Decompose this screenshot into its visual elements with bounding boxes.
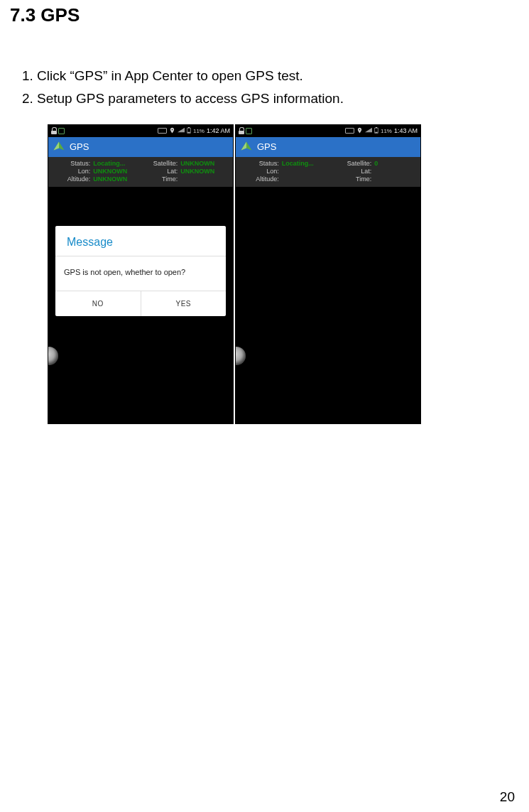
keyboard-icon	[158, 128, 167, 134]
clock: 1:43 AM	[394, 127, 418, 134]
dialog-actions: NO YES	[55, 291, 226, 316]
status-bar-right: 11% 1:42 AM	[158, 126, 230, 136]
location-icon	[356, 126, 363, 136]
lon-value: UNKNOWN	[93, 168, 141, 175]
time-value	[180, 175, 227, 183]
status-bar: 11% 1:42 AM	[48, 125, 233, 137]
signal-icon	[365, 127, 372, 134]
app-notification-icon	[246, 128, 252, 134]
battery-percent: 11%	[381, 128, 392, 134]
screenshot-1: 11% 1:42 AM GPS Status: Locating... Lon:…	[48, 124, 234, 424]
screenshots-row: 11% 1:42 AM GPS Status: Locating... Lon:…	[48, 124, 529, 424]
altitude-label: Altitude:	[241, 175, 279, 183]
status-value: Locating...	[93, 160, 141, 167]
lon-value	[282, 168, 328, 175]
altitude-value	[282, 175, 328, 183]
status-label: Status:	[54, 160, 90, 167]
svg-marker-4	[54, 141, 60, 150]
svg-rect-7	[375, 132, 377, 133]
time-label: Time:	[328, 175, 371, 183]
instruction-step: Setup GPS parameters to access GPS infor…	[37, 88, 529, 109]
altitude-label: Altitude:	[54, 175, 90, 183]
app-title: GPS	[70, 141, 89, 152]
assistive-touch-icon[interactable]	[235, 347, 246, 365]
status-value: Locating...	[282, 160, 328, 167]
instruction-list: Click “GPS” in App Center to open GPS te…	[37, 65, 529, 110]
battery-icon	[374, 127, 378, 135]
satellite-label: Satellite:	[328, 160, 371, 167]
app-title: GPS	[257, 141, 276, 152]
clock: 1:42 AM	[207, 127, 230, 134]
gps-app-icon	[240, 141, 253, 153]
app-bar: GPS	[236, 137, 420, 157]
lock-icon	[51, 127, 57, 134]
dialog-body: GPS is not open, whether to open?	[55, 256, 226, 291]
instruction-step: Click “GPS” in App Center to open GPS te…	[37, 65, 529, 87]
status-label: Status:	[241, 160, 279, 167]
lat-label: Lat:	[328, 168, 371, 175]
satellite-value: UNKNOWN	[180, 160, 227, 167]
time-label: Time:	[141, 175, 178, 183]
status-bar: 11% 1:43 AM	[236, 125, 420, 137]
status-bar-left	[51, 127, 65, 134]
lat-value: UNKNOWN	[180, 168, 227, 175]
page-number: 20	[500, 789, 515, 805]
status-bar-right: 11% 1:43 AM	[345, 126, 418, 136]
yes-button[interactable]: YES	[141, 291, 227, 316]
svg-marker-9	[241, 141, 247, 150]
svg-rect-2	[187, 132, 190, 133]
gps-info-panel: Status: Locating... Lon: Altitude: Satel…	[236, 157, 420, 187]
gps-app-icon	[53, 141, 65, 153]
signal-icon	[178, 127, 185, 134]
screenshot-2: 11% 1:43 AM GPS Status: Locating... Lon:…	[235, 124, 421, 424]
gps-open-dialog: Message GPS is not open, whether to open…	[55, 226, 226, 316]
status-bar-left	[239, 127, 252, 134]
battery-percent: 11%	[193, 128, 204, 134]
gps-info-panel: Status: Locating... Lon: UNKNOWN Altitud…	[48, 157, 233, 187]
section-heading: 7.3 GPS	[0, 0, 529, 26]
lon-label: Lon:	[241, 168, 279, 175]
altitude-value: UNKNOWN	[93, 175, 141, 183]
battery-icon	[187, 127, 191, 135]
keyboard-icon	[345, 128, 354, 134]
lat-label: Lat:	[141, 168, 178, 175]
time-value	[374, 175, 415, 183]
location-icon	[169, 126, 175, 136]
satellite-label: Satellite:	[141, 160, 178, 167]
satellite-value: 0	[374, 160, 415, 167]
lat-value	[374, 168, 415, 175]
assistive-touch-icon[interactable]	[48, 347, 58, 365]
app-bar: GPS	[48, 137, 233, 157]
no-button[interactable]: NO	[55, 291, 141, 316]
app-notification-icon	[58, 128, 65, 134]
dialog-title: Message	[55, 226, 226, 256]
lock-icon	[239, 127, 244, 134]
lon-label: Lon:	[54, 168, 90, 175]
